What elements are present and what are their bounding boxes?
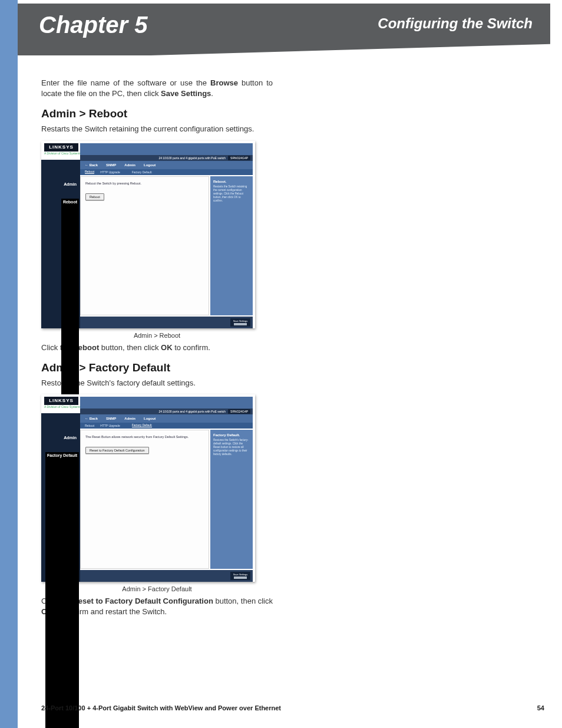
shot-model: SRW224G4P (228, 409, 250, 414)
shot-top-band (80, 143, 253, 155)
bold-browse: Browse (210, 78, 238, 87)
shot-help-text: Restores the Switch's factory-default se… (213, 439, 250, 456)
shot-subnav-item: Reboot (85, 170, 94, 174)
shot-nav-item: Logout (144, 163, 156, 167)
shot-page-label: Factory Default (45, 452, 79, 728)
shot-nav-bar: ← Back SNMP Admin Logout (80, 414, 253, 423)
shot-nav-item: SNMP (106, 417, 116, 420)
shot-logo: LINKSYS (44, 143, 78, 151)
shot-nav-item: SNMP (106, 163, 116, 167)
shot-subnav-item: Factory Default (132, 423, 152, 427)
cisco-icon (234, 577, 247, 579)
figure-reboot: LINKSYS A Division of Cisco Systems, Inc… (41, 141, 273, 339)
shot-help-panel: Factory Default. Restores the Switch's f… (210, 430, 253, 569)
two-column-layout: Enter the file name of the software or u… (41, 78, 536, 687)
shot-model: SRW224G4P (228, 156, 250, 160)
shot-save-button[interactable]: Save Settings (230, 318, 250, 327)
shot-top-band (80, 397, 253, 409)
shot-nav-item: Logout (144, 417, 156, 420)
shot-subnav-item: HTTP Upgrade (100, 424, 120, 427)
shot-subnav-item: Factory Default (132, 170, 152, 174)
shot-nav-main-label: Admin (45, 182, 77, 186)
text: to confirm. (173, 343, 210, 352)
chapter-title: Chapter 5 (39, 12, 148, 38)
page-number: 54 (537, 704, 544, 711)
figure-factory: LINKSYS A Division of Cisco Systems, Inc… (41, 394, 273, 592)
shot-save-button[interactable]: Save Settings (230, 572, 250, 580)
page-footer: 24-Port 10/100 + 4-Port Gigabit Switch w… (41, 704, 544, 711)
shot-logo: LINKSYS (44, 397, 78, 405)
shot-nav-item: ← Back (85, 163, 98, 167)
shot-factory-reset-button[interactable]: Reset to Factory Default Configuration (85, 447, 149, 454)
shot-footer: Save Settings (80, 570, 253, 582)
page-header: Chapter 5 Configuring the Switch (18, 4, 550, 55)
screenshot-reboot: LINKSYS A Division of Cisco Systems, Inc… (41, 141, 255, 328)
screenshot-factory: LINKSYS A Division of Cisco Systems, Inc… (41, 394, 255, 582)
left-rail (0, 0, 18, 728)
shot-body-panel: The Reset Button allows network security… (80, 430, 209, 569)
shot-product-text: 24 10/100 ports and 4 gigabit ports with… (158, 156, 226, 160)
shot-help-title: Reboot. (213, 180, 250, 183)
shot-subnav-bar: Reboot HTTP Upgrade Factory Default (80, 423, 253, 429)
content-area: Enter the file name of the software or u… (41, 78, 536, 687)
heading-reboot: Admin > Reboot (41, 107, 273, 120)
header-subtitle: Configuring the Switch (378, 15, 533, 32)
shot-reboot-button[interactable]: Reboot (85, 193, 104, 200)
shot-body-panel: Reboot the Switch by pressing Reboot. Re… (80, 176, 209, 315)
shot-nav-bar: ← Back SNMP Admin Logout (80, 161, 253, 169)
shot-nav-main-label: Admin (45, 436, 77, 440)
bold-ok: OK (161, 343, 173, 352)
text: button, then click (99, 343, 161, 352)
cisco-icon (234, 323, 247, 325)
shot-body-text: The Reset Button allows network security… (85, 435, 204, 439)
shot-product-text: 24 10/100 ports and 4 gigabit ports with… (158, 410, 226, 413)
shot-product-strip: 24 10/100 ports and 4 gigabit ports with… (80, 409, 253, 414)
reboot-description: Restarts the Switch retaining the curren… (41, 124, 273, 134)
shot-left-column: Admin Factory Default (41, 413, 80, 582)
shot-nav-item: Admin (124, 163, 135, 167)
shot-save-label: Save Settings (233, 319, 248, 322)
shot-help-title: Factory Default. (213, 433, 250, 437)
shot-save-label: Save Settings (233, 573, 248, 576)
shot-subnav-item: Reboot (85, 424, 94, 427)
bold-reset: Reset to Factory Default Configuration (72, 597, 213, 605)
shot-help-text: Restarts the Switch retaining the curren… (213, 185, 250, 203)
page: Chapter 5 Configuring the Switch Enter t… (0, 0, 562, 728)
shot-subnav-item: HTTP Upgrade (100, 170, 120, 174)
shot-nav-item: ← Back (85, 417, 98, 420)
text: Enter the file name of the software or u… (41, 78, 210, 87)
bold-save-settings: Save Settings (161, 89, 211, 98)
shot-body-text: Reboot the Switch by pressing Reboot. (85, 182, 204, 185)
shot-subnav-bar: Reboot HTTP Upgrade Factory Default (80, 169, 253, 175)
text: . (211, 89, 213, 98)
text: button, then click (213, 597, 273, 605)
shot-left-column: Admin Reboot (41, 160, 80, 328)
footer-text: 24-Port 10/100 + 4-Port Gigabit Switch w… (41, 704, 281, 711)
intro-paragraph: Enter the file name of the software or u… (41, 78, 273, 99)
shot-help-panel: Reboot. Restarts the Switch retaining th… (210, 176, 253, 315)
shot-nav-item: Admin (124, 417, 135, 420)
shot-product-strip: 24 10/100 ports and 4 gigabit ports with… (80, 155, 253, 161)
shot-footer: Save Settings (80, 317, 253, 328)
